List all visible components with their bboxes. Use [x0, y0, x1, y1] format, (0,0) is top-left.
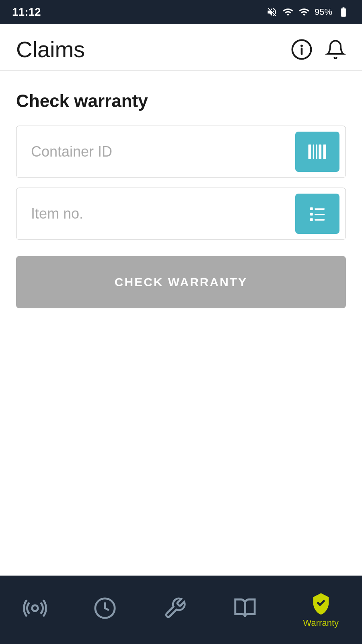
- bottom-navigation: Warranty: [0, 576, 362, 644]
- mute-icon: [266, 6, 278, 18]
- app-header: Claims: [0, 24, 362, 71]
- wifi-icon: [282, 6, 294, 18]
- nav-label-warranty: Warranty: [303, 618, 339, 628]
- nav-item-tools[interactable]: [163, 597, 187, 623]
- page-title: Claims: [16, 36, 85, 62]
- svg-rect-11: [315, 214, 325, 215]
- header-icons: [290, 38, 346, 61]
- info-icon: [290, 38, 313, 61]
- svg-point-14: [32, 605, 38, 611]
- item-no-wrapper: [16, 188, 346, 240]
- svg-rect-12: [310, 218, 313, 221]
- svg-rect-9: [315, 208, 325, 210]
- dashboard-icon: [93, 597, 117, 620]
- battery-text: 95%: [315, 7, 332, 17]
- svg-rect-8: [310, 207, 313, 210]
- container-id-scan-button[interactable]: [295, 132, 339, 172]
- item-no-list-button[interactable]: [295, 194, 339, 234]
- status-bar: 11:12 95%: [0, 0, 362, 24]
- signal-icon: [298, 6, 310, 18]
- section-title: Check warranty: [16, 91, 346, 111]
- svg-rect-4: [313, 144, 314, 159]
- notification-button[interactable]: [325, 39, 346, 60]
- status-time: 11:12: [12, 6, 41, 19]
- nav-item-dashboard[interactable]: [93, 597, 117, 623]
- svg-rect-5: [316, 144, 317, 159]
- warranty-icon: [309, 591, 333, 615]
- info-button[interactable]: [290, 38, 313, 61]
- battery-icon: [337, 6, 350, 18]
- svg-rect-13: [315, 219, 325, 221]
- bell-icon: [325, 39, 346, 60]
- svg-rect-3: [309, 144, 311, 159]
- status-icons: 95%: [266, 6, 350, 18]
- svg-rect-7: [323, 144, 326, 159]
- container-id-wrapper: [16, 126, 346, 178]
- svg-rect-6: [319, 144, 321, 159]
- nav-item-broadcast[interactable]: [23, 597, 47, 623]
- list-icon: [306, 203, 328, 225]
- nav-item-manual[interactable]: [233, 597, 257, 623]
- main-content: Check warranty: [0, 71, 362, 576]
- tools-icon: [163, 597, 187, 620]
- barcode-icon: [306, 141, 328, 163]
- manual-icon: [233, 597, 257, 620]
- nav-item-warranty[interactable]: Warranty: [303, 591, 339, 628]
- broadcast-icon: [23, 597, 47, 620]
- check-warranty-button[interactable]: CHECK WARRANTY: [16, 256, 346, 308]
- svg-rect-10: [310, 213, 313, 216]
